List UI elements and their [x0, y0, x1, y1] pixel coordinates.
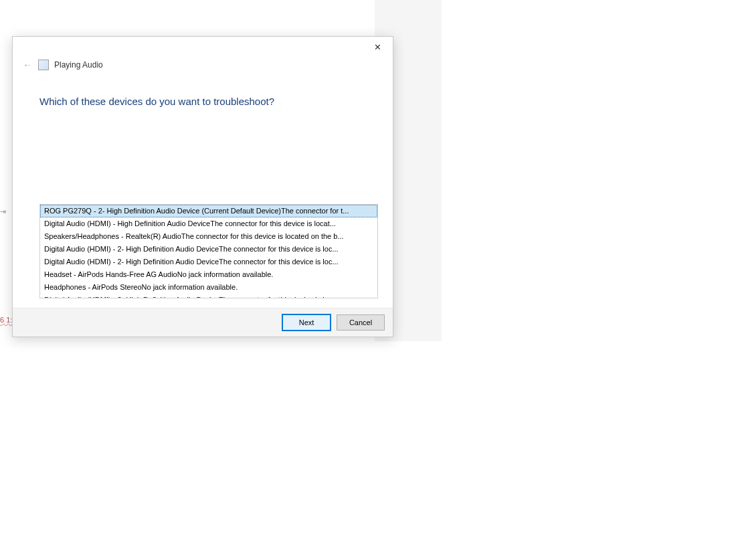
dialog-title: Playing Audio	[54, 60, 103, 70]
header-row: ← Playing Audio	[13, 57, 393, 73]
device-list-item[interactable]: Headphones - AirPods StereoNo jack infor…	[40, 281, 377, 294]
device-list-item[interactable]: Speakers/Headphones - Realtek(R) AudioTh…	[40, 230, 377, 243]
dialog-heading: Which of these devices do you want to tr…	[39, 96, 366, 107]
cancel-button[interactable]: Cancel	[337, 314, 385, 331]
troubleshooter-icon	[38, 60, 49, 70]
close-button[interactable]: ✕	[366, 39, 389, 54]
device-list-item[interactable]: Headset - AirPods Hands-Free AG AudioNo …	[40, 268, 377, 281]
background-text: 6 1:	[0, 316, 12, 324]
back-button[interactable]: ←	[22, 60, 33, 70]
device-list-item[interactable]: ROG PG279Q - 2- High Definition Audio De…	[40, 205, 377, 217]
device-list-item[interactable]: Digital Audio (HDMI) - 2- High Definitio…	[40, 256, 377, 268]
background-glyph: ⇥	[0, 207, 6, 216]
titlebar: ✕	[13, 37, 393, 57]
next-button[interactable]: Next	[282, 314, 331, 331]
device-list-item[interactable]: Digital Audio (HDMI) - High Definition A…	[40, 217, 377, 230]
dialog-content: Which of these devices do you want to tr…	[13, 73, 393, 308]
device-list[interactable]: ROG PG279Q - 2- High Definition Audio De…	[39, 204, 378, 298]
close-icon: ✕	[374, 42, 381, 52]
back-arrow-icon: ←	[23, 60, 32, 70]
troubleshooter-dialog: ✕ ← Playing Audio Which of these devices…	[12, 36, 393, 337]
device-list-item[interactable]: Digital Audio (HDMI) - 2- High Definitio…	[40, 294, 377, 298]
dialog-footer: Next Cancel	[13, 308, 393, 337]
device-list-item[interactable]: Digital Audio (HDMI) - 2- High Definitio…	[40, 243, 377, 256]
